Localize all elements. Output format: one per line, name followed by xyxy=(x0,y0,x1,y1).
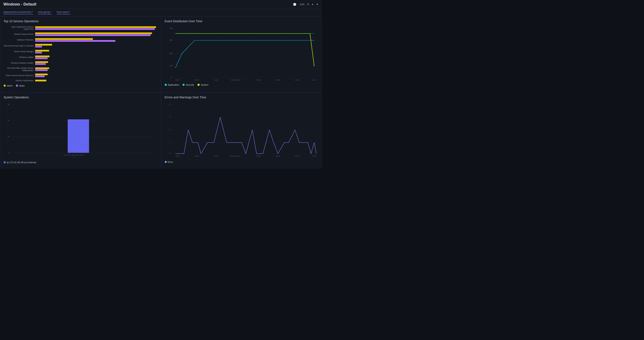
refresh-icon[interactable]: ⟳ xyxy=(307,3,309,6)
bar-row: Microsoft Edge Update Service (edgeupdat… xyxy=(4,67,158,72)
svg-text:1: 1 xyxy=(169,141,170,143)
top10-title: Top 10 Service Operations xyxy=(4,20,158,23)
system-ops-legend: ip-172-31-93-39.ec2.internal xyxy=(4,161,158,164)
legend-starts: starts xyxy=(4,84,12,87)
bar-row: Network Setup Service xyxy=(4,33,158,36)
clock-icon: 🕐 xyxy=(293,3,296,6)
svg-text:0: 0 xyxy=(171,77,172,79)
svg-text:00:00 Mar 13: 00:00 Mar 13 xyxy=(230,155,240,157)
bar-tracks xyxy=(35,61,158,65)
svg-rect-26 xyxy=(68,119,89,153)
event-dist-title: Event Distribution Over Time xyxy=(165,20,318,23)
bar-label: Client License Service (ClipSVC) xyxy=(4,74,34,77)
errors-chart: 4 3 2 1 0 15:00 18:00 21:00 00:00 Mar 13… xyxy=(165,101,318,159)
bar-tracks xyxy=(35,67,158,71)
bar-row: Device Setup Manager xyxy=(4,50,158,53)
header-controls: 🕐 -24h ⟳ ▾ ▼ xyxy=(293,3,318,6)
svg-text:10: 10 xyxy=(8,135,10,137)
svg-text:3: 3 xyxy=(169,116,170,118)
svg-text:18:00: 18:00 xyxy=(194,155,199,157)
svg-text:0: 0 xyxy=(8,151,10,154)
bar-tracks xyxy=(35,44,158,48)
svg-text:15:00: 15:00 xyxy=(175,79,180,81)
svg-text:00:00 Mar 13: 00:00 Mar 13 xyxy=(231,79,241,81)
event-dist-chart: 400 300 200 100 0 15:00 18:00 21:00 00:0… xyxy=(165,25,318,82)
svg-text:03:00: 03:00 xyxy=(256,155,261,157)
bar-label: Software Protection xyxy=(4,39,34,41)
svg-text:06:00: 06:00 xyxy=(276,155,280,157)
bar-tracks xyxy=(35,38,158,42)
svg-text:0: 0 xyxy=(169,152,170,154)
bar-row: Software Protection xyxy=(4,38,158,42)
event-dist-legend: Application Security System xyxy=(165,84,318,86)
bar-label: Microsoft Account Sign-in Assistant xyxy=(4,45,34,47)
svg-text:09:00: 09:00 xyxy=(295,79,299,81)
svg-text:100: 100 xyxy=(169,65,172,67)
svg-text:400: 400 xyxy=(169,27,172,30)
svg-text:4: 4 xyxy=(169,103,170,106)
filter-icon[interactable]: ▼ xyxy=(316,3,318,6)
svg-text:09:00: 09:00 xyxy=(295,155,299,157)
svg-text:200: 200 xyxy=(169,53,172,55)
bar-label: Delivery Optimization xyxy=(4,79,34,82)
header: Windows - Default 🕐 -24h ⟳ ▾ ▼ xyxy=(0,0,322,9)
bar-tracks xyxy=(35,80,158,81)
legend-host: ip-172-31-93-39.ec2.internal xyxy=(4,161,36,164)
legend-security: Security xyxy=(182,84,194,86)
filter-bar: deployment.environment * host.group * ho… xyxy=(0,9,322,16)
bar-label: AppX Deployment Service (AppXSVC) xyxy=(4,26,34,31)
bar-tracks xyxy=(35,26,158,30)
bar-row: AppX Deployment Service (AppXSVC) xyxy=(4,26,158,31)
bar-tracks xyxy=(35,74,158,77)
svg-text:06:00: 06:00 xyxy=(276,79,280,81)
errors-panel: Errors and Warnings Over Time 4 3 2 1 0 … xyxy=(161,92,322,168)
bar-label: Network Setup Service xyxy=(4,33,34,35)
bar-row: Delivery Optimization xyxy=(4,79,158,82)
top10-panel: Top 10 Service Operations AppX Deploymen… xyxy=(0,16,161,92)
bar-label: Microsoft Edge Update Service (edgeupdat… xyxy=(4,67,34,72)
bar-row: Client License Service (ClipSVC) xyxy=(4,74,158,77)
bar-label: Windows Modules Installer xyxy=(4,62,34,64)
svg-text:2: 2 xyxy=(169,129,170,131)
filter-deployment[interactable]: deployment.environment * xyxy=(4,11,33,15)
svg-text:30: 30 xyxy=(8,103,10,106)
system-ops-title: System Operations xyxy=(4,96,158,99)
system-ops-chart: 30 20 10 0 ip-172-31-93-39.ec2.intern al xyxy=(4,101,158,159)
svg-text:12:00: 12:00 xyxy=(312,155,316,157)
svg-text:15:00: 15:00 xyxy=(175,155,180,157)
dashboard: Top 10 Service Operations AppX Deploymen… xyxy=(0,16,322,168)
page-title: Windows - Default xyxy=(4,2,36,7)
system-ops-panel: System Operations 30 20 10 0 ip-172-31-9… xyxy=(0,92,161,168)
legend-stops: stops xyxy=(16,84,24,87)
top10-legend: starts stops xyxy=(4,84,158,87)
bar-tracks xyxy=(35,56,158,59)
bar-tracks xyxy=(35,50,158,53)
event-dist-panel: Event Distribution Over Time 400 300 200… xyxy=(161,16,322,92)
bar-label: Device Setup Manager xyxy=(4,50,34,53)
svg-text:03:00: 03:00 xyxy=(256,79,260,81)
svg-text:300: 300 xyxy=(169,39,172,41)
filter-hostname[interactable]: host.name * xyxy=(57,11,70,15)
bar-label: Windows Update xyxy=(4,56,34,59)
bar-row: Windows Update xyxy=(4,56,158,59)
errors-legend: Error xyxy=(165,161,318,163)
svg-text:21:00: 21:00 xyxy=(214,155,218,157)
svg-text:18:00: 18:00 xyxy=(194,79,199,81)
legend-error: Error xyxy=(165,161,173,163)
chevron-down-icon[interactable]: ▾ xyxy=(312,3,313,6)
svg-text:21:00: 21:00 xyxy=(214,79,218,81)
svg-text:ip-172-31-93-39.ec2.intern: ip-172-31-93-39.ec2.intern xyxy=(64,154,84,156)
legend-application: Application xyxy=(165,84,179,86)
svg-text:al: al xyxy=(74,156,75,158)
legend-system: System xyxy=(198,84,208,86)
bar-tracks xyxy=(35,33,158,36)
time-range[interactable]: -24h xyxy=(299,3,304,6)
svg-text:20: 20 xyxy=(8,120,10,122)
bar-row: Microsoft Account Sign-in Assistant xyxy=(4,44,158,48)
errors-title: Errors and Warnings Over Time xyxy=(165,96,318,99)
filter-hostgroup[interactable]: host.group * xyxy=(38,11,52,15)
bar-row: Windows Modules Installer xyxy=(4,61,158,65)
svg-text:12:00: 12:00 xyxy=(312,79,316,81)
